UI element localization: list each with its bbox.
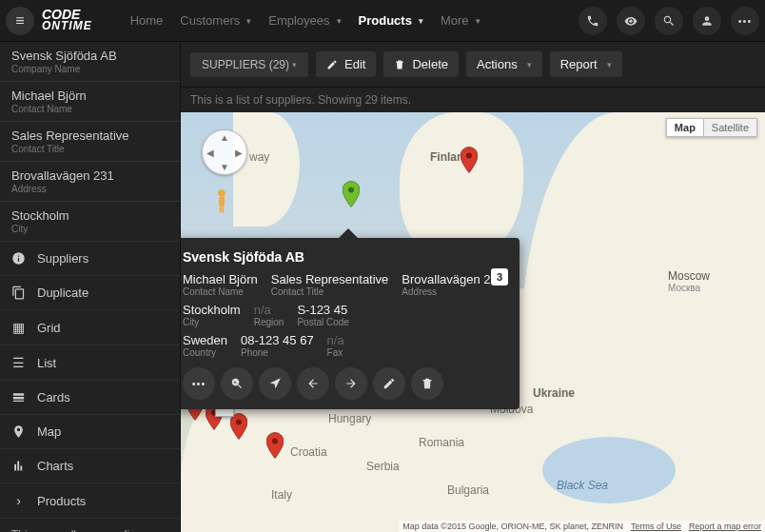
info-icon xyxy=(11,251,26,266)
contact-title-value: Sales Representative xyxy=(11,128,168,143)
card-navigate-button[interactable] xyxy=(259,367,291,400)
hamburger-icon: ≡ xyxy=(15,12,24,30)
card-edit-button[interactable] xyxy=(373,367,405,400)
map-label-bulgaria: Bulgaria xyxy=(447,483,489,497)
card-count-badge[interactable]: 3 xyxy=(491,268,508,286)
card-label: Region xyxy=(254,317,284,327)
actions-dropdown[interactable]: Actions xyxy=(466,51,542,77)
pencil-icon xyxy=(326,59,338,70)
pan-right-icon[interactable]: ▶ xyxy=(235,148,243,158)
card-prev-button[interactable] xyxy=(297,367,329,400)
nav-more[interactable]: More xyxy=(441,13,481,28)
sidebar-item-list[interactable]: ☰ List xyxy=(0,345,180,381)
user-icon xyxy=(700,14,714,28)
svg-rect-8 xyxy=(220,207,222,212)
map-type-map[interactable]: Map xyxy=(666,118,703,137)
delete-button[interactable]: Delete xyxy=(383,51,459,77)
card-label: Contact Name xyxy=(183,286,258,297)
map-pegman[interactable] xyxy=(213,188,230,215)
nav-customers[interactable]: Customers xyxy=(180,13,251,28)
sidebar-item-suppliers[interactable]: Suppliers xyxy=(0,242,180,276)
card-value: S-123 45 xyxy=(297,303,348,317)
status-text: This is a list of suppliers. Showing 29 … xyxy=(181,88,765,112)
sidebar-contact[interactable]: Michael Björn Contact Name xyxy=(0,82,180,122)
grid-icon: ▦ xyxy=(11,320,26,335)
map-label-moscow-en: Moscow xyxy=(668,269,710,283)
sidebar-address[interactable]: Brovallavägen 231 Address xyxy=(0,162,180,202)
svg-point-6 xyxy=(218,189,226,197)
map-label-italy: Italy xyxy=(271,488,292,502)
sidebar-company[interactable]: Svensk Sjöföda AB Company Name xyxy=(0,42,180,82)
topbar-right: ••• xyxy=(579,7,759,35)
map-label-blacksea: Black Sea xyxy=(557,479,608,492)
sidebar-item-label: Cards xyxy=(37,390,70,404)
map-attrib-report[interactable]: Report a map error xyxy=(689,522,761,531)
nav-home[interactable]: Home xyxy=(130,13,164,28)
pan-up-icon[interactable]: ▲ xyxy=(220,132,229,143)
address-value: Brovallavägen 231 xyxy=(11,168,168,183)
card-title: Svensk Sjöföda AB xyxy=(183,249,506,265)
report-dropdown[interactable]: Report xyxy=(550,51,622,77)
card-value: 08-123 45 67 xyxy=(241,333,314,347)
map-label-serbia: Serbia xyxy=(366,460,400,473)
map-marker[interactable] xyxy=(461,147,478,173)
nav-products[interactable]: Products xyxy=(359,13,423,28)
sidebar-item-grid[interactable]: ▦ Grid xyxy=(0,310,180,345)
sidebar-city[interactable]: Stockholm City xyxy=(0,202,180,242)
zoom-in-icon xyxy=(230,377,244,390)
card-value: Sweden xyxy=(183,333,227,347)
delete-label: Delete xyxy=(412,57,448,71)
edit-button[interactable]: Edit xyxy=(316,51,376,77)
card-row: Michael BjörnContact Name Sales Represen… xyxy=(183,272,506,297)
card-row: SwedenCountry 08-123 45 67Phone n/aFax xyxy=(183,333,506,358)
hamburger-menu-button[interactable]: ≡ xyxy=(6,7,34,35)
sidebar-item-label: Map xyxy=(37,424,61,439)
card-value: n/a xyxy=(254,303,284,317)
map-attribution: Map data ©2015 Google, ORION-ME, SK plan… xyxy=(399,521,765,532)
map-label-moscow-ru: Москва xyxy=(668,283,710,293)
sidebar-item-duplicate[interactable]: Duplicate xyxy=(0,276,180,310)
card-zoom-button[interactable] xyxy=(221,367,253,400)
map-label-croatia: Croatia xyxy=(290,445,327,459)
map-canvas[interactable]: way Finland Moscow Москва Ukraine Austri… xyxy=(181,112,765,532)
sidebar-item-charts[interactable]: Charts xyxy=(0,449,180,483)
nav-employees[interactable]: Employees xyxy=(268,13,341,28)
pan-down-icon[interactable]: ▼ xyxy=(220,162,229,172)
sidebar-item-cards[interactable]: Cards xyxy=(0,381,180,415)
card-delete-button[interactable] xyxy=(411,367,443,400)
map-marker[interactable] xyxy=(266,432,284,459)
card-next-button[interactable] xyxy=(335,367,367,400)
trash-icon xyxy=(421,377,434,390)
breadcrumb-suppliers[interactable]: SUPPLIERS (29) xyxy=(190,52,308,77)
pencil-icon xyxy=(382,377,396,390)
card-label: City xyxy=(183,317,241,327)
user-button[interactable] xyxy=(693,7,721,35)
sidebar-item-map[interactable]: Map xyxy=(0,415,180,449)
map-pan-control[interactable]: ▲ ▼ ◀ ▶ xyxy=(202,129,247,175)
eye-button[interactable] xyxy=(617,7,645,35)
sidebar-title[interactable]: Sales Representative Contact Title xyxy=(0,122,180,162)
navigate-icon xyxy=(268,377,282,390)
sidebar-item-products[interactable]: › Products xyxy=(0,483,180,519)
card-value: Stockholm xyxy=(183,303,241,317)
map-attrib-data: Map data ©2015 Google, ORION-ME, SK plan… xyxy=(402,522,623,531)
company-name-label: Company Name xyxy=(11,64,168,74)
map-label-romania: Romania xyxy=(419,436,464,449)
eye-icon xyxy=(624,14,638,28)
map-type-satellite[interactable]: Satellite xyxy=(703,118,757,137)
map-label-ukraine: Ukraine xyxy=(533,386,575,400)
svg-point-5 xyxy=(272,439,278,444)
phone-button[interactable] xyxy=(579,7,607,35)
overflow-button[interactable]: ••• xyxy=(731,7,759,35)
map-attrib-terms[interactable]: Terms of Use xyxy=(631,522,681,531)
sidebar-item-label: Products xyxy=(37,494,86,508)
arrow-right-icon xyxy=(344,377,358,390)
map-marker-selected[interactable] xyxy=(343,181,360,207)
arrow-left-icon xyxy=(306,377,320,390)
sidebar-item-label: List xyxy=(37,356,56,370)
logo[interactable]: CODE ONTIME xyxy=(42,10,92,30)
card-more-button[interactable] xyxy=(183,367,215,400)
map-marker[interactable] xyxy=(230,413,247,440)
pan-left-icon[interactable]: ◀ xyxy=(206,148,214,158)
search-button[interactable] xyxy=(655,7,683,35)
